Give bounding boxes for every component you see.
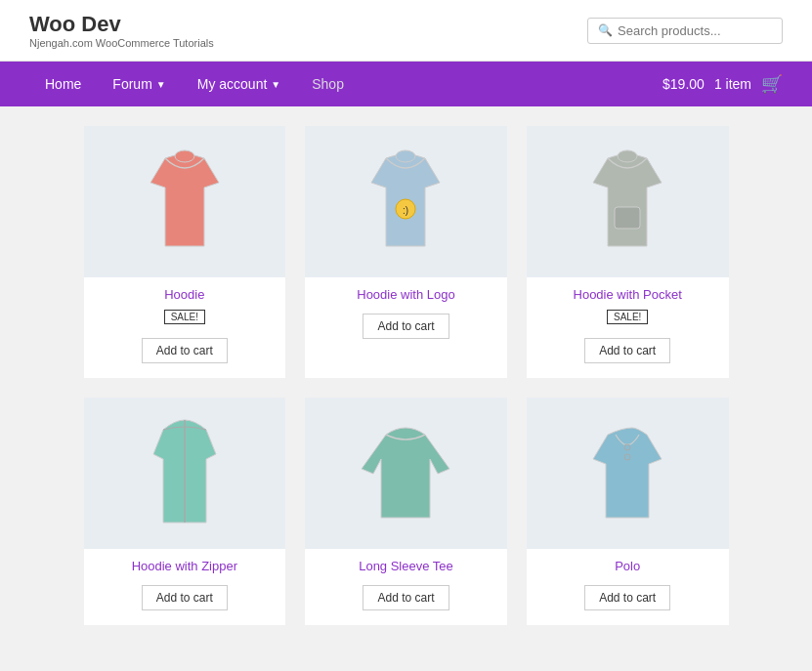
product-card: Long Sleeve TeeAdd to cart bbox=[305, 398, 507, 625]
cart-amount: $19.00 bbox=[662, 76, 705, 92]
product-image bbox=[84, 126, 286, 277]
add-to-cart-button[interactable]: Add to cart bbox=[584, 338, 670, 363]
svg-text::): :) bbox=[403, 205, 408, 216]
product-actions: Add to cart bbox=[305, 310, 507, 339]
main-content: HoodieSALE!Add to cart :) Hoodie with Lo… bbox=[64, 106, 748, 645]
add-to-cart-button[interactable]: Add to cart bbox=[363, 585, 449, 610]
product-name[interactable]: Polo bbox=[527, 559, 729, 573]
product-card: Hoodie with ZipperAdd to cart bbox=[84, 398, 286, 625]
product-actions: Add to cart bbox=[305, 581, 507, 610]
product-name[interactable]: Hoodie with Pocket bbox=[527, 287, 729, 302]
product-grid: HoodieSALE!Add to cart :) Hoodie with Lo… bbox=[84, 126, 729, 625]
product-actions: Add to cart bbox=[527, 581, 729, 610]
forum-chevron-icon: ▼ bbox=[156, 79, 166, 90]
nav-shop[interactable]: Shop bbox=[296, 62, 360, 106]
product-card: HoodieSALE!Add to cart bbox=[84, 126, 286, 378]
svg-point-0 bbox=[175, 150, 194, 162]
svg-point-4 bbox=[618, 150, 637, 162]
product-card: PoloAdd to cart bbox=[527, 398, 729, 625]
add-to-cart-button[interactable]: Add to cart bbox=[142, 338, 228, 363]
myaccount-chevron-icon: ▼ bbox=[271, 79, 280, 90]
product-name[interactable]: Hoodie with Zipper bbox=[84, 559, 286, 573]
svg-point-1 bbox=[396, 150, 415, 162]
product-actions: Add to cart bbox=[84, 581, 286, 610]
search-input[interactable] bbox=[618, 23, 772, 38]
site-branding: Woo Dev Njengah.com WooCommerce Tutorial… bbox=[29, 12, 214, 49]
cart-count: 1 item bbox=[714, 76, 751, 92]
product-image bbox=[527, 126, 729, 277]
add-to-cart-button[interactable]: Add to cart bbox=[142, 585, 228, 610]
nav-left: Home Forum ▼ My account ▼ Shop bbox=[29, 62, 360, 106]
site-title: Woo Dev bbox=[29, 12, 214, 37]
nav-forum[interactable]: Forum ▼ bbox=[97, 62, 181, 106]
site-header: Woo Dev Njengah.com WooCommerce Tutorial… bbox=[0, 0, 812, 62]
product-card: Hoodie with PocketSALE!Add to cart bbox=[527, 126, 729, 378]
add-to-cart-button[interactable]: Add to cart bbox=[584, 585, 670, 610]
search-icon: 🔍 bbox=[598, 23, 613, 37]
product-card: :) Hoodie with LogoAdd to cart bbox=[305, 126, 507, 378]
add-to-cart-button[interactable]: Add to cart bbox=[363, 314, 449, 339]
product-name[interactable]: Hoodie with Logo bbox=[305, 287, 507, 302]
product-name[interactable]: Hoodie bbox=[84, 287, 286, 302]
product-actions: SALE!Add to cart bbox=[84, 310, 286, 363]
sale-badge: SALE! bbox=[607, 310, 648, 324]
product-image bbox=[305, 398, 507, 549]
search-box[interactable]: 🔍 bbox=[587, 18, 783, 44]
site-nav: Home Forum ▼ My account ▼ Shop $19.00 1 … bbox=[0, 62, 812, 106]
product-actions: SALE!Add to cart bbox=[527, 310, 729, 363]
nav-home[interactable]: Home bbox=[29, 62, 97, 106]
product-image: :) bbox=[305, 126, 507, 277]
cart-area[interactable]: $19.00 1 item 🛒 bbox=[662, 73, 783, 95]
nav-myaccount[interactable]: My account ▼ bbox=[182, 62, 297, 106]
svg-rect-5 bbox=[615, 207, 640, 229]
site-subtitle: Njengah.com WooCommerce Tutorials bbox=[29, 37, 214, 49]
sale-badge: SALE! bbox=[164, 310, 205, 324]
cart-icon: 🛒 bbox=[761, 73, 783, 95]
product-image bbox=[527, 398, 729, 549]
product-name[interactable]: Long Sleeve Tee bbox=[305, 559, 507, 573]
product-image bbox=[84, 398, 286, 549]
